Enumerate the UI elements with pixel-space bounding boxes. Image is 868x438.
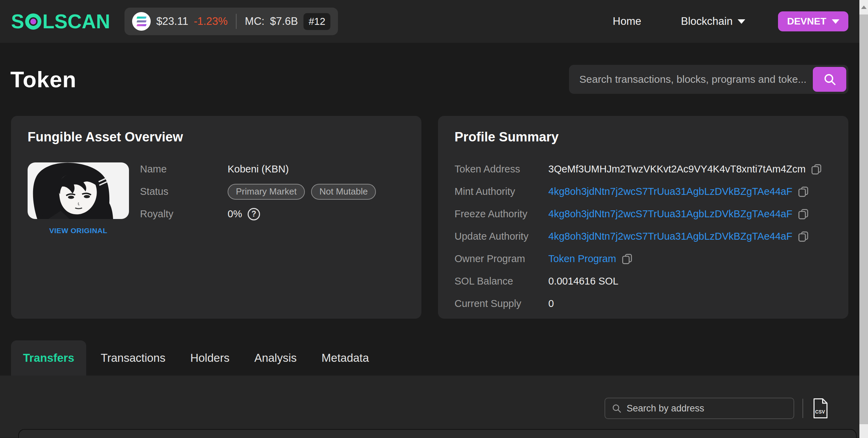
copy-button[interactable] — [622, 253, 633, 265]
overview-row-royalty: Royalty 0% ? — [140, 207, 405, 221]
search-icon — [611, 403, 622, 414]
current-supply-value: 0 — [548, 298, 554, 309]
row-label: SOL Balance — [455, 276, 548, 287]
profile-summary-card: Profile Summary Token Address 3QeMf3UMHJ… — [438, 116, 848, 319]
navbar: S LSCAN $23.11 -1.23% MC: $7.6B #12 Home… — [0, 0, 868, 43]
row-label: Current Supply — [455, 298, 548, 309]
global-search-input[interactable] — [579, 73, 813, 85]
tab-analysis[interactable]: Analysis — [254, 351, 297, 365]
row-label: Royalty — [140, 208, 228, 220]
row-label: Token Address — [455, 163, 548, 175]
copy-icon — [811, 163, 822, 176]
profile-row-token-address: Token Address 3QeMf3UMHJm2TwzVKKvt2Ac9VY… — [455, 162, 832, 176]
tab-metadata[interactable]: Metadata — [321, 351, 369, 365]
question-icon[interactable]: ? — [248, 208, 260, 220]
scrollbar[interactable] — [859, 0, 868, 438]
search-icon — [823, 72, 837, 86]
solana-icon — [132, 12, 151, 31]
logo-text-s: S — [11, 10, 24, 33]
transfers-panel: CSV — [0, 376, 868, 438]
token-tabs: Transfers Transactions Holders Analysis … — [11, 340, 868, 376]
profile-row-sol-balance: SOL Balance 0.0014616 SOL — [455, 275, 832, 288]
svg-text:CSV: CSV — [815, 409, 825, 415]
update-authority-link[interactable]: 4kg8oh3jdNtn7j2wcS7TrUua31AgbLzDVkBZgTAe… — [548, 231, 792, 242]
copy-button[interactable] — [798, 208, 809, 220]
copy-icon — [622, 253, 633, 265]
copy-icon — [798, 208, 809, 220]
profile-row-update-authority: Update Authority 4kg8oh3jdNtn7j2wcS7TrUu… — [455, 230, 832, 243]
scrollbar-up-button[interactable] — [859, 0, 868, 14]
owner-program-link[interactable]: Token Program — [548, 253, 616, 265]
scrollbar-thumb[interactable] — [859, 14, 868, 424]
profile-row-freeze-authority: Freeze Authority 4kg8oh3jdNtn7j2wcS7TrUu… — [455, 207, 832, 221]
nav-link-blockchain[interactable]: Blockchain — [681, 15, 746, 28]
tab-holders[interactable]: Holders — [190, 351, 230, 365]
global-search-button[interactable] — [813, 67, 846, 92]
profile-row-owner-program: Owner Program Token Program — [455, 252, 832, 266]
overview-row-name: Name Kobeni (KBN) — [140, 162, 405, 176]
sol-price: $23.11 — [156, 15, 188, 28]
overview-card-title: Fungible Asset Overview — [28, 130, 405, 145]
network-selector-button[interactable]: DEVNET — [778, 11, 848, 31]
token-image[interactable] — [28, 162, 129, 219]
sol-balance-value: 0.0014616 SOL — [548, 276, 618, 287]
row-label: Owner Program — [455, 253, 548, 265]
chevron-down-icon — [738, 19, 745, 24]
csv-icon: CSV — [811, 398, 829, 419]
profile-row-mint-authority: Mint Authority 4kg8oh3jdNtn7j2wcS7TrUua3… — [455, 185, 832, 198]
mint-authority-link[interactable]: 4kg8oh3jdNtn7j2wcS7TrUua31AgbLzDVkBZgTAe… — [548, 186, 792, 197]
overview-row-status: Status Primary Market Not Mutable — [140, 185, 405, 198]
token-name-value: Kobeni (KBN) — [228, 163, 289, 175]
sol-price-widget[interactable]: $23.11 -1.23% MC: $7.6B #12 — [124, 8, 338, 35]
page-header: Token — [10, 65, 848, 94]
profile-card-title: Profile Summary — [455, 130, 832, 145]
summary-cards: Fungible Asset Overview — [11, 116, 848, 319]
logo-text-lscan: LSCAN — [42, 10, 110, 33]
market-cap-label: MC: — [245, 15, 265, 28]
divider — [802, 399, 803, 418]
fungible-asset-overview-card: Fungible Asset Overview — [11, 116, 421, 319]
sol-price-change: -1.23% — [194, 15, 228, 28]
logo-o-icon — [25, 13, 41, 30]
address-search-input[interactable] — [627, 403, 787, 414]
view-original-link[interactable]: VIEW ORIGINAL — [49, 227, 108, 235]
copy-button[interactable] — [798, 230, 809, 243]
status-badge-primary-market: Primary Market — [228, 184, 305, 200]
row-label: Update Authority — [455, 231, 548, 242]
freeze-authority-link[interactable]: 4kg8oh3jdNtn7j2wcS7TrUua31AgbLzDVkBZgTAe… — [548, 208, 792, 220]
token-portrait-art — [28, 162, 129, 219]
solscan-token-page: S LSCAN $23.11 -1.23% MC: $7.6B #12 Home… — [0, 0, 868, 438]
page-title: Token — [10, 67, 77, 92]
logo-dot — [30, 19, 36, 24]
scrollbar-up-arrow-icon — [861, 6, 867, 9]
copy-button[interactable] — [811, 163, 822, 176]
chevron-down-icon — [832, 19, 839, 24]
nav-links: Home Blockchain DEVNET — [613, 11, 848, 31]
tab-transactions[interactable]: Transactions — [101, 351, 166, 365]
copy-icon — [798, 186, 809, 198]
tab-transfers[interactable]: Transfers — [11, 340, 86, 376]
row-label: Freeze Authority — [455, 208, 548, 220]
nav-link-home[interactable]: Home — [613, 15, 641, 28]
transfers-table-card — [18, 429, 857, 438]
copy-icon — [798, 230, 809, 243]
row-label: Status — [140, 186, 228, 197]
market-cap-value: $7.6B — [270, 15, 298, 28]
profile-row-current-supply: Current Supply 0 — [455, 297, 832, 310]
row-label: Name — [140, 163, 228, 175]
row-label: Mint Authority — [455, 186, 548, 197]
copy-button[interactable] — [798, 186, 809, 198]
address-search-bar — [605, 398, 794, 419]
status-badge-not-mutable: Not Mutable — [311, 184, 376, 200]
export-csv-button[interactable]: CSV — [811, 398, 829, 419]
royalty-value: 0% — [228, 208, 242, 220]
global-search-bar — [569, 65, 848, 94]
token-address-value: 3QeMf3UMHJm2TwzVKKvt2Ac9VY4K4vT8xnti7tAm… — [548, 163, 806, 175]
solscan-logo[interactable]: S LSCAN — [11, 10, 110, 33]
market-cap-rank-badge: #12 — [303, 13, 330, 30]
pill-divider — [236, 14, 237, 29]
